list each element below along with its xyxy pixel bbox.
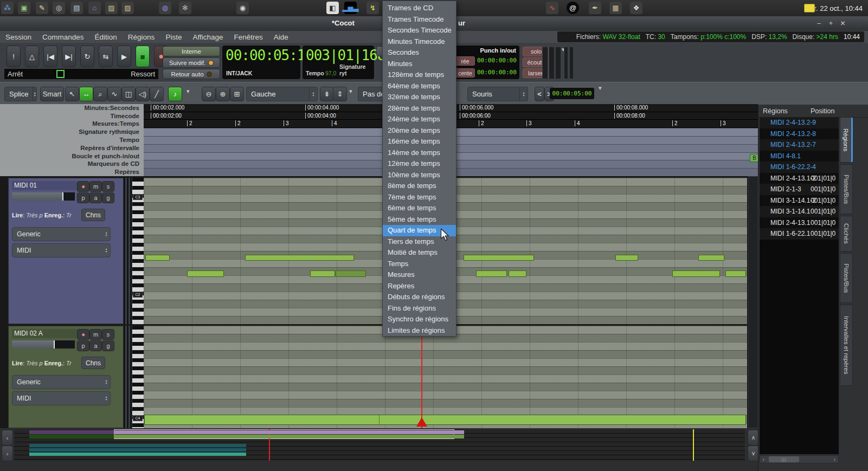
zoom-in-button[interactable]: ⊕	[216, 87, 230, 101]
punch-out-time[interactable]: 00:00:00:00	[477, 69, 517, 76]
track-playlist-button[interactable]: p	[77, 340, 89, 351]
region-list-row[interactable]: MIDI 2-4-13.1001|01|0	[760, 217, 839, 229]
track-height-expand-button[interactable]: ⇕	[333, 87, 347, 101]
chevron-down-icon[interactable]: ▾	[187, 88, 190, 95]
auto-return-toggle[interactable]: Retour auto	[163, 69, 220, 79]
range-tool-button[interactable]: ↔	[79, 87, 93, 101]
summary-scroll-left-button[interactable]: ‹	[2, 430, 13, 446]
track-fader[interactable]	[12, 192, 75, 201]
go-to-start-button[interactable]: |◀	[43, 46, 57, 67]
edit-point-combo[interactable]: Souris ▴▾	[467, 87, 528, 101]
region-list-row[interactable]: MIDI 1-6-22.1001|01|0	[760, 228, 839, 240]
vertical-scrollbar[interactable]	[748, 176, 758, 428]
chevron-down-icon[interactable]: ▾	[349, 88, 352, 95]
region-list-hscrollbar[interactable]: ‹ ||| ›	[760, 455, 839, 463]
grid-menu-item[interactable]: 28ème de temps	[383, 103, 456, 114]
track-automation-button[interactable]: a	[89, 192, 102, 203]
primary-clock-value[interactable]: 00:00:05:14	[222, 46, 300, 63]
sidebar-tab-intervalles-et-rep-res[interactable]: Intervalles et repères	[840, 305, 853, 386]
menubar-item-régions[interactable]: Régions	[123, 32, 160, 42]
menubar-item-aide[interactable]: Aide	[268, 32, 294, 42]
track-grip[interactable]	[124, 178, 132, 324]
zoom-focus-combo[interactable]: Gauche ▴▾	[246, 87, 318, 101]
midi-mode-combo[interactable]: MIDI ▴▾	[12, 391, 111, 405]
track-mute-button[interactable]: m	[89, 329, 102, 340]
play-button[interactable]: ▶	[117, 46, 131, 67]
midi-mode-combo[interactable]: MIDI ▴▾	[12, 243, 111, 257]
track-name-field[interactable]: MIDI 01	[12, 181, 77, 190]
zoom-out-button[interactable]: ⊖	[202, 87, 216, 101]
cut-tool-button[interactable]: ╱	[150, 87, 164, 101]
sidebar-tab-r-gions[interactable]: Régions	[840, 117, 853, 163]
punch-in-time[interactable]: 00:00:00:00	[477, 57, 517, 64]
track-mute-button[interactable]: m	[89, 181, 102, 192]
piano-keyboard[interactable]: C4	[132, 326, 144, 428]
menubar-item-fenêtres[interactable]: Fenêtres	[228, 32, 268, 42]
region-list-row[interactable]: MIDI 3-1-14.1001|01|0	[760, 206, 839, 217]
grid-menu-item[interactable]: Temps	[383, 259, 456, 270]
tags-icon[interactable]: ❖	[630, 2, 642, 14]
sidebar-tab-clich-s[interactable]: Clichés	[840, 216, 853, 251]
grid-menu-item[interactable]: 20ème de temps	[383, 125, 456, 137]
cd-burner-icon[interactable]: ◎	[53, 2, 65, 14]
camera-icon[interactable]: ◉	[236, 2, 249, 14]
sync-source-button[interactable]: Interne	[163, 46, 220, 56]
ruler-label[interactable]: Tempo	[119, 137, 139, 143]
midi-note[interactable]	[698, 255, 724, 261]
panel-clock[interactable]: mar. 22 oct., 10:44	[804, 0, 863, 16]
midi-track-canvas[interactable]	[144, 326, 747, 428]
midi-note[interactable]	[725, 270, 746, 277]
midi-note[interactable]	[336, 270, 366, 277]
piano-keyboard[interactable]: C3C2	[132, 178, 144, 324]
system-monitor-icon[interactable]: ▂▅▃	[344, 2, 357, 14]
ruler-label[interactable]: Timecode	[111, 113, 139, 119]
punch-in-button[interactable]: rée	[455, 56, 475, 66]
scrollbar-thumb[interactable]: |||	[769, 456, 799, 462]
follow-edits-toggle[interactable]: Suivre modif.	[163, 57, 220, 68]
region-list-row[interactable]: MIDI 2-4-13.1-2001|01|0	[760, 173, 839, 184]
playhead-marker-icon[interactable]	[416, 417, 427, 427]
region-list-row[interactable]: MIDI 4-8.1	[760, 151, 839, 162]
region-list-row[interactable]: MIDI 2-4-13.2-7	[760, 139, 839, 151]
switch-icon[interactable]: ◧	[326, 2, 339, 14]
grid-menu-item[interactable]: 10ème de temps	[383, 170, 456, 181]
metronome-button[interactable]: △	[25, 46, 39, 67]
chart-icon[interactable]: ∿	[546, 2, 558, 14]
grid-menu-item[interactable]: Minutes Timecode	[383, 36, 456, 48]
grid-menu-item[interactable]: 14ème de temps	[383, 147, 456, 159]
midi-panic-button[interactable]: !	[7, 46, 21, 67]
note-tool-button[interactable]: ♪	[168, 87, 182, 101]
ruler-label[interactable]: Repères	[115, 169, 139, 175]
zoom-tool-button[interactable]: ⌕	[93, 87, 107, 101]
menubar-item-commandes[interactable]: Commandes	[37, 32, 89, 42]
ruler-label[interactable]: Boucle et punch-in/out	[72, 153, 139, 159]
draw-tool-button[interactable]: ∿	[107, 87, 121, 101]
grid-menu-item[interactable]: 5ème de temps	[383, 214, 456, 225]
menubar-item-affichage[interactable]: Affichage	[187, 32, 228, 42]
grid-menu-item[interactable]: Trames Timecode	[383, 14, 456, 25]
midi-note[interactable]	[464, 255, 534, 261]
smart-mode-button[interactable]: Smart	[40, 87, 64, 101]
region-list-row[interactable]: MIDI 2-4-13.2-8	[760, 128, 839, 140]
midi-note[interactable]	[310, 270, 335, 277]
regions-column-header[interactable]: Régions	[763, 107, 788, 115]
summary-scroll-down-button[interactable]: ∨	[748, 446, 759, 461]
terminal-bolt-icon[interactable]: ↯	[367, 2, 379, 14]
zoom-fit-button[interactable]: ⊞	[230, 87, 244, 101]
folder-icon[interactable]: ▨	[105, 2, 118, 14]
grid-menu-item[interactable]: Fins de régions	[383, 303, 456, 314]
scroll-left-icon[interactable]: ‹	[760, 456, 767, 463]
clipboard-icon[interactable]: ▦	[609, 2, 622, 14]
track-name-field[interactable]: MIDI 02 A	[12, 329, 77, 338]
at-circle-icon[interactable]: @	[567, 2, 579, 14]
ruler-label[interactable]: Mesures:Temps	[92, 120, 139, 127]
loop-button[interactable]: ↻	[80, 46, 94, 67]
track-header-midi-02a[interactable]: MIDI 02 A ● m s p a g Lire: Très p Enreg…	[8, 326, 124, 428]
grid-menu-item[interactable]: Moitié de temps	[383, 247, 456, 259]
secondary-clock[interactable]: 003|01|1683 Tempo 97,0 Signature ryt	[303, 46, 374, 79]
track-fader[interactable]	[12, 340, 75, 349]
track-automation-button[interactable]: a	[89, 340, 102, 351]
nudge-back-button[interactable]: <	[535, 87, 544, 101]
track-grip[interactable]	[124, 326, 132, 428]
track-record-button[interactable]: ●	[77, 181, 89, 192]
